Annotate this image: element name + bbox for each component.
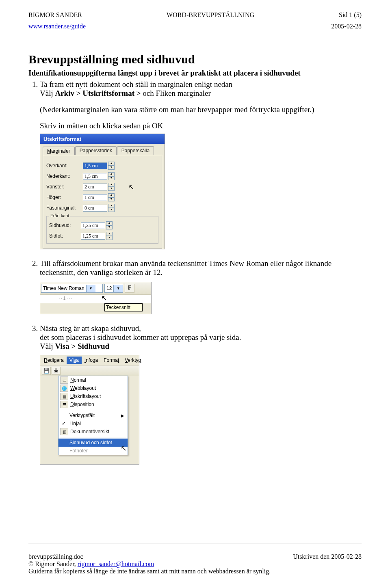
spin-footer[interactable]: ▲▼ xyxy=(106,232,113,240)
mitem-normal[interactable]: ▭Normal xyxy=(58,376,128,384)
font-size: 12 xyxy=(105,285,113,291)
ftr-filename: brevuppställning.doc xyxy=(28,553,83,560)
hdr-pagecount: Sid 1 (5) xyxy=(339,11,362,19)
mitem-webb[interactable]: 🌐Webblayout xyxy=(58,384,128,392)
skriv-note: Skriv in måtten och klicka sedan på OK xyxy=(40,121,362,130)
mitem-linjal[interactable]: ✓Linjal xyxy=(58,419,128,428)
doc-map-icon: ▥ xyxy=(60,428,68,435)
mitem-fotnoter: Fotnoter xyxy=(58,447,128,455)
submenu-arrow-icon: ▶ xyxy=(121,413,124,418)
menu-redigera[interactable]: Redigera xyxy=(41,357,67,364)
lbl-top: Överkant: xyxy=(46,163,83,169)
hdr-date: 2005-02-28 xyxy=(331,23,362,30)
spin-gutter[interactable]: ▲▼ xyxy=(108,204,115,212)
menu-verktyg[interactable]: Verktyg xyxy=(122,357,144,364)
hdr-author: RIGMOR SANDER xyxy=(28,11,82,19)
ftr-printed: Utskriven den 2005-02-28 xyxy=(293,553,362,560)
step-2: Till affärsdokument brukar man använda t… xyxy=(40,259,362,277)
font-toolbar: Times New Roman ▼ 12 ▼ F · · · 1 · · · ↖… xyxy=(40,282,152,314)
page-title: Brevuppställning med sidhuvud xyxy=(28,52,362,66)
tab-papersize[interactable]: Pappersstorlek xyxy=(75,146,117,155)
inp-header[interactable] xyxy=(81,222,105,229)
inp-top[interactable] xyxy=(83,162,107,169)
print-layout-icon: ▤ xyxy=(60,393,68,400)
menubar: Redigera Visa Infoga Format Verktyg xyxy=(40,355,139,365)
spin-top[interactable]: ▲▼ xyxy=(108,162,115,170)
inp-left[interactable] xyxy=(83,184,107,190)
font-tooltip: Teckensnitt xyxy=(104,303,143,311)
margin-note: (Nederkantmarginalen kan vara större om … xyxy=(40,105,362,114)
tab-margins[interactable]: Marginaler xyxy=(43,147,75,155)
lbl-header: Sidhuvud: xyxy=(49,223,81,228)
intro-text: Identifikationsuppgifterna längst upp i … xyxy=(28,69,362,78)
cursor-icon: ↖ xyxy=(128,183,134,192)
outline-view-icon: ☰ xyxy=(60,401,68,408)
print-icon[interactable]: 🖶 xyxy=(52,367,61,375)
inp-right[interactable] xyxy=(83,194,107,201)
spin-right[interactable]: ▲▼ xyxy=(108,193,115,201)
menu-infoga[interactable]: Infoga xyxy=(82,357,101,364)
menu-format[interactable]: Format xyxy=(101,357,122,364)
check-icon: ✓ xyxy=(60,421,67,426)
web-layout-icon: 🌐 xyxy=(60,385,68,392)
grp-from-edge: Från kant xyxy=(49,213,70,218)
tab-papersource[interactable]: Papperskälla xyxy=(117,146,154,155)
lbl-gutter: Fästmarginal: xyxy=(46,205,83,211)
step-1: Ta fram ett nytt dokument och ställ in m… xyxy=(40,80,362,98)
mitem-dokoversikt[interactable]: ▥Dokumentöversikt xyxy=(58,428,128,436)
lbl-right: Höger: xyxy=(46,195,83,200)
cursor-icon: ↖ xyxy=(101,294,107,303)
bold-button[interactable]: F xyxy=(125,284,134,293)
inp-footer[interactable] xyxy=(81,233,105,240)
lbl-left: Vänster: xyxy=(46,184,83,190)
inp-gutter[interactable] xyxy=(83,205,107,212)
size-combo[interactable]: 12 ▼ xyxy=(104,284,123,293)
footer-separator xyxy=(28,543,362,543)
step-3: Nästa steg är att skapa sidhuvud, det so… xyxy=(40,324,362,351)
spin-bottom[interactable]: ▲▼ xyxy=(108,172,115,180)
spin-left[interactable]: ▲▼ xyxy=(108,183,115,191)
lbl-bottom: Nederkant: xyxy=(46,173,83,179)
page-setup-dialog: Utskriftsformat Marginaler Pappersstorle… xyxy=(40,134,165,249)
ftr-email[interactable]: rigmor_sander@hotmail.com xyxy=(78,560,154,567)
menu-visa[interactable]: Visa xyxy=(67,357,82,364)
ftr-disclaimer: Guiderna får kopieras så länge de inte ä… xyxy=(28,568,362,575)
mitem-verktygsfalt[interactable]: Verktygsfält▶ xyxy=(58,411,128,419)
normal-view-icon: ▭ xyxy=(60,376,68,384)
font-combo[interactable]: Times New Roman ▼ xyxy=(41,284,103,293)
view-menu-screenshot: Redigera Visa Infoga Format Verktyg 💾 🖶 … xyxy=(40,355,139,465)
hdr-title: WORD-BREVUPPSTÄLLNING xyxy=(167,11,254,19)
ruler: · · · 1 · · · ↖ xyxy=(40,295,151,303)
ftr-copyright: © Rigmor Sander, xyxy=(28,560,78,567)
font-dropdown-icon[interactable]: ▼ xyxy=(86,285,95,292)
mitem-utskrift[interactable]: ▤Utskriftslayout xyxy=(58,392,128,400)
inp-bottom[interactable] xyxy=(83,173,107,180)
dropdown-visa: ▭Normal 🌐Webblayout ▤Utskriftslayout ☰Di… xyxy=(58,376,128,455)
mitem-sidhuvud[interactable]: Sidhuvud och sidfot xyxy=(58,439,128,447)
spin-header[interactable]: ▲▼ xyxy=(106,221,113,229)
mitem-disposition[interactable]: ☰Disposition xyxy=(58,400,128,409)
save-icon[interactable]: 💾 xyxy=(42,367,51,375)
hdr-url[interactable]: www.rsander.se/guide xyxy=(28,23,86,30)
lbl-footer: Sidfot: xyxy=(49,233,81,239)
dialog-titlebar: Utskriftsformat xyxy=(40,134,165,144)
font-name: Times New Roman xyxy=(41,285,86,291)
size-dropdown-icon[interactable]: ▼ xyxy=(113,285,123,292)
